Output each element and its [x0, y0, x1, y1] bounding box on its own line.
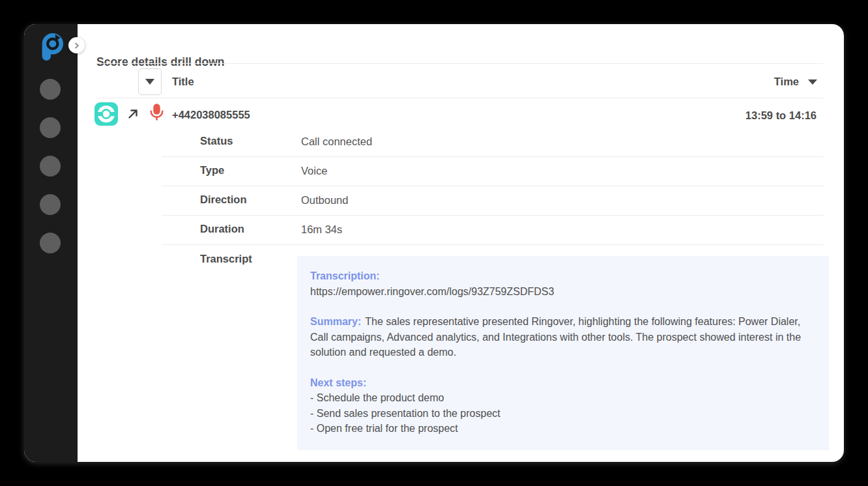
detail-value-direction: Outbound: [301, 194, 348, 207]
transcription-url: https://empower.ringover.com/logs/93Z759…: [310, 284, 816, 300]
row-divider: [162, 156, 823, 157]
sort-caret-down-icon: [808, 79, 817, 85]
detail-value-status: Call connected: [301, 136, 372, 148]
page-background: Score details drill down Title Time +: [0, 0, 868, 486]
plecto-logo-icon: [36, 31, 64, 61]
filter-dropdown-button[interactable]: [138, 68, 162, 95]
column-header-title[interactable]: Title: [172, 76, 194, 88]
row-divider: [162, 244, 823, 245]
open-external-link-icon[interactable]: [127, 108, 139, 120]
sidebar-nav-item-1[interactable]: [40, 79, 61, 100]
detail-value-duration: 16m 34s: [301, 223, 342, 236]
detail-label-direction: Direction: [200, 193, 247, 206]
page-title: Score details drill down: [96, 55, 224, 69]
ringover-app-icon: [94, 102, 118, 126]
detail-label-transcript: Transcript: [200, 253, 252, 265]
column-header-time[interactable]: Time: [774, 76, 817, 88]
transcription-label: Transcription:: [310, 268, 816, 284]
spacer: [310, 299, 816, 314]
next-step-item: - Schedule the product demo: [310, 390, 816, 406]
summary-text: The sales representative presented Ringo…: [310, 316, 801, 358]
next-steps-label: Next steps:: [310, 375, 816, 391]
call-row-time-range: 13:59 to 14:16: [745, 109, 817, 122]
sidebar-nav-item-5[interactable]: [40, 233, 61, 253]
sidebar-nav-item-2[interactable]: [40, 117, 61, 138]
sidebar: [24, 24, 78, 462]
app-window: Score details drill down Title Time +: [24, 24, 844, 462]
microphone-recording-icon: [149, 103, 164, 121]
detail-value-type: Voice: [301, 165, 327, 177]
summary-label: Summary:: [310, 316, 361, 327]
detail-label-duration: Duration: [200, 223, 244, 235]
row-divider: [162, 215, 823, 216]
spacer: [310, 360, 816, 375]
row-divider: [162, 186, 823, 186]
column-header-time-label: Time: [774, 76, 799, 88]
summary-paragraph: Summary:The sales representative present…: [310, 314, 816, 360]
chevron-right-icon: [74, 42, 80, 50]
call-row-phone-number[interactable]: +442038085555: [172, 109, 250, 121]
next-step-item: - Send sales presentation to the prospec…: [310, 406, 816, 422]
transcript-box: Transcription: https://empower.ringover.…: [297, 256, 829, 450]
sidebar-nav-item-4[interactable]: [40, 194, 61, 215]
detail-label-status: Status: [200, 135, 233, 147]
caret-down-icon: [145, 79, 154, 85]
next-step-item: - Open free trial for the prospect: [310, 421, 816, 436]
sidebar-expand-button[interactable]: [68, 37, 85, 53]
detail-label-type: Type: [200, 164, 224, 177]
table-header-divider: [95, 98, 823, 98]
sidebar-nav-item-3[interactable]: [40, 156, 61, 177]
header-divider: [95, 63, 823, 64]
